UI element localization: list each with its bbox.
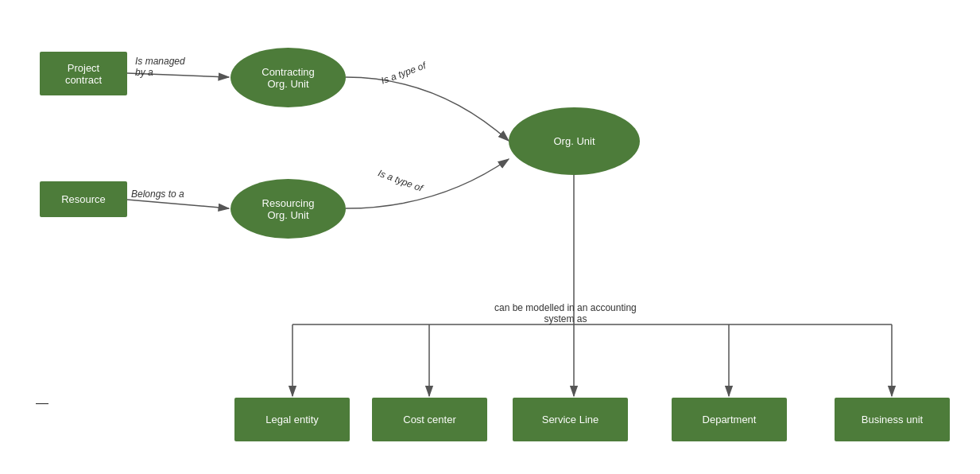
contracting-org-unit-node: Contracting Org. Unit [230,48,346,107]
resourcing-org-unit-node: Resourcing Org. Unit [230,179,346,239]
service-line-node: Service Line [513,398,628,441]
is-managed-by-label: Is managed by a [135,56,185,78]
department-node: Department [672,398,787,441]
org-unit-node: Org. Unit [509,107,640,175]
resource-node: Resource [40,181,127,217]
business-unit-node: Business unit [835,398,950,441]
project-contract-node: Project contract [40,52,127,95]
diagram-container: Project contract Contracting Org. Unit R… [0,0,980,474]
is-type-of-2-label: Is a type of [377,167,424,193]
can-be-modelled-label: can be modelled in an accounting system … [494,302,637,324]
minus-sign: — [36,396,48,410]
belongs-to-label: Belongs to a [131,188,184,200]
is-type-of-1-label: Is a type of [380,60,428,86]
cost-center-node: Cost center [372,398,487,441]
svg-line-3 [127,200,229,208]
legal-entity-node: Legal entity [234,398,350,441]
